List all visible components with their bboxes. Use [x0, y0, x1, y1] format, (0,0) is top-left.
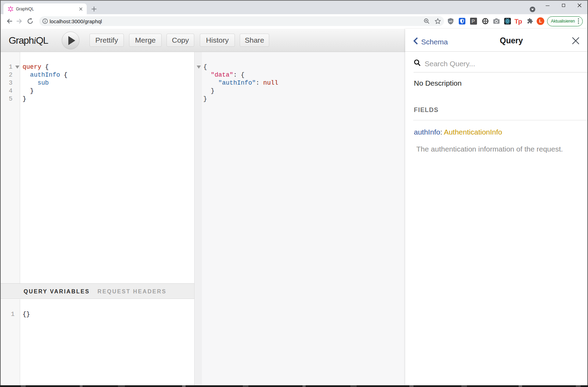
- svg-text:uO: uO: [449, 20, 452, 23]
